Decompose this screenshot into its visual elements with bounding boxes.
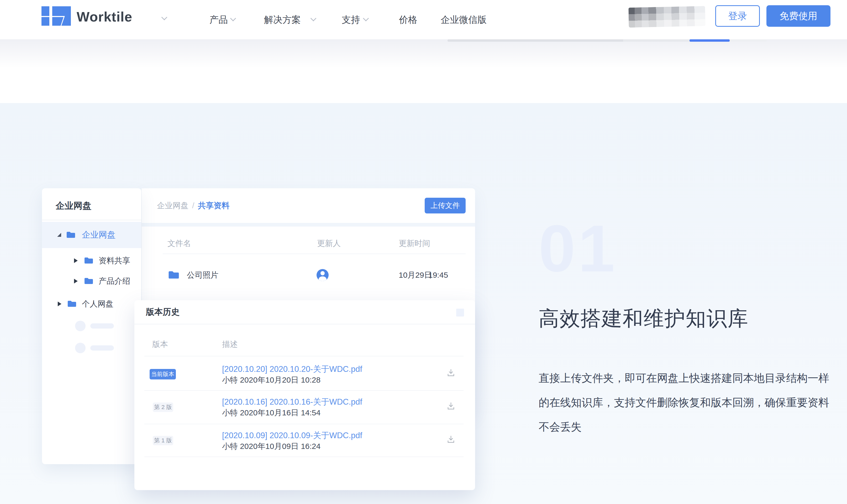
version-history-modal: 版本历史 版本 描述 当前版本 [2020.10.20] 2020.10.20-… — [134, 300, 475, 490]
skeleton-bar — [90, 345, 114, 350]
sidebar-title: 企业网盘 — [56, 200, 91, 212]
panel-gap-band — [142, 223, 475, 227]
tree-item-label: 企业网盘 — [82, 229, 116, 241]
feature-description: 直接上传文件夹，即可在网盘上快速搭建同本地目录结构一样的在线知识库，支持文件删除… — [539, 366, 833, 439]
netdisk-sidebar-panel: 企业网盘 企业网盘 资料共享 产品介绍 个人网盘 — [42, 188, 141, 464]
version-meta: 小特 2020年10月09日 16:24 — [222, 441, 321, 452]
breadcrumb-current[interactable]: 共享资料 — [198, 200, 229, 211]
nav-item-pricing[interactable]: 价格 — [399, 12, 417, 27]
caret-collapsed-icon[interactable] — [58, 302, 62, 306]
version-badge: 第 2 版 — [153, 402, 173, 412]
breadcrumb-separator: / — [192, 201, 194, 210]
tree-item-shared-docs[interactable]: 资料共享 — [42, 250, 141, 272]
download-icon[interactable] — [446, 368, 456, 377]
file-name[interactable]: 公司照片 — [187, 270, 218, 281]
login-button[interactable]: 登录 — [715, 5, 760, 27]
version-meta: 小特 2020年10月16日 14:54 — [222, 408, 321, 418]
column-header-filename: 文件名 — [168, 237, 191, 250]
free-trial-button[interactable]: 免费使用 — [766, 5, 830, 27]
version-badge-current: 当前版本 — [150, 369, 176, 379]
nav-item-products[interactable]: 产品 — [209, 12, 228, 27]
tree-item-label: 产品介绍 — [99, 276, 130, 287]
hero-edge-strip-blue — [690, 39, 730, 42]
subhero-band — [0, 39, 847, 103]
table-header-divider — [163, 254, 466, 254]
updated-time: 19:45 — [428, 271, 448, 280]
modal-title: 版本历史 — [146, 300, 179, 324]
blurred-phone-number — [628, 6, 706, 28]
nav-item-solutions[interactable]: 解决方案 — [264, 12, 301, 27]
skeleton-row — [42, 337, 141, 359]
sidebar-divider — [42, 220, 141, 220]
nav-item-support[interactable]: 支持 — [342, 12, 360, 27]
worktile-logo-icon[interactable] — [41, 6, 71, 26]
column-header-description: 描述 — [222, 338, 238, 350]
folder-icon — [84, 257, 93, 264]
folder-icon — [67, 300, 76, 308]
version-badge: 第 1 版 — [153, 436, 173, 445]
breadcrumb-root[interactable]: 企业网盘 — [157, 200, 188, 211]
skeleton-circle — [75, 343, 86, 353]
tree-item-personal-disk[interactable]: 个人网盘 — [42, 293, 141, 315]
row-divider — [144, 424, 464, 424]
version-file-link[interactable]: [2020.10.20] 2020.10.20-关于WDC.pdf — [222, 364, 362, 375]
skeleton-bar — [90, 323, 114, 328]
row-divider — [144, 356, 464, 356]
modal-header-divider — [134, 324, 475, 324]
row-divider — [144, 390, 464, 391]
caret-expanded-icon[interactable] — [57, 233, 61, 237]
window-control-placeholder[interactable] — [456, 309, 464, 317]
tree-item-enterprise-disk[interactable]: 企业网盘 — [42, 222, 141, 248]
tree-item-product-intro[interactable]: 产品介绍 — [42, 270, 141, 292]
column-header-updated-time: 更新时间 — [399, 237, 430, 250]
table-row[interactable]: 公司照片 10月29日 19:45 — [142, 263, 475, 287]
caret-collapsed-icon[interactable] — [74, 258, 78, 263]
solutions-chevron-down-icon — [311, 16, 316, 21]
row-divider — [144, 456, 464, 457]
upload-file-button[interactable]: 上传文件 — [425, 198, 466, 213]
tree-item-label: 个人网盘 — [82, 299, 114, 309]
feature-index-watermark: 01 — [539, 216, 617, 282]
feature-title: 高效搭建和维护知识库 — [539, 305, 748, 332]
updater-avatar — [316, 269, 329, 281]
version-file-link[interactable]: [2020.10.09] 2020.10.09-关于WDC.pdf — [222, 430, 362, 441]
updated-date: 10月29日 — [399, 270, 432, 281]
version-file-link[interactable]: [2020.10.16] 2020.10.16-关于WDC.pdf — [222, 396, 362, 408]
hero-edge-strip — [448, 39, 767, 42]
folder-icon — [168, 271, 179, 280]
page: Worktile 产品 解决方案 支持 价格 企业微信版 登录 免费使用 企业网… — [0, 0, 847, 504]
skeleton-row — [42, 315, 141, 337]
brand-wordmark[interactable]: Worktile — [76, 9, 132, 25]
breadcrumb: 企业网盘 / 共享资料 — [157, 188, 229, 223]
column-header-updater: 更新人 — [317, 237, 341, 250]
tree-item-label: 资料共享 — [99, 255, 130, 266]
skeleton-circle — [75, 321, 86, 331]
top-navigation: Worktile 产品 解决方案 支持 价格 企业微信版 登录 免费使用 — [0, 0, 847, 39]
folder-icon — [66, 231, 75, 239]
folder-icon — [84, 277, 93, 285]
download-icon[interactable] — [446, 434, 456, 444]
products-chevron-down-icon — [230, 16, 236, 21]
caret-collapsed-icon[interactable] — [74, 279, 78, 284]
brand-chevron-down-icon[interactable] — [161, 14, 168, 20]
nav-item-wechat-work[interactable]: 企业微信版 — [441, 12, 487, 27]
column-header-version: 版本 — [152, 338, 168, 350]
version-meta: 小特 2020年10月20日 10:28 — [222, 375, 321, 385]
download-icon[interactable] — [446, 401, 456, 411]
support-chevron-down-icon — [363, 16, 369, 21]
